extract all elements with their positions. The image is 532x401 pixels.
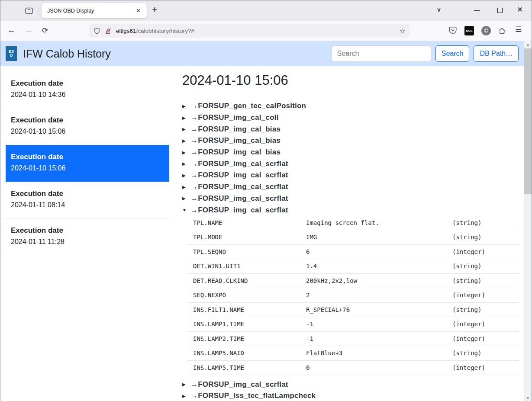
caret-icon: ▶ [182,138,187,143]
tree-item[interactable]: ▶ →FORSUP_img_cal_scrflat [182,193,519,205]
extensions-puzzle-icon[interactable] [498,26,507,36]
list-all-tabs-icon[interactable]: ∨ [433,6,445,13]
param-key: INS.FILT1.NAME [187,306,306,313]
tree-item-label: →FORSUP_img_cal_scrflat [190,194,288,203]
param-key: SEQ.NEXPO [187,292,306,298]
url-text: eltlgs61/calobhistory/history?# [116,28,400,34]
c-extension-icon[interactable]: C [481,26,491,35]
new-tab-button[interactable]: + [152,4,157,15]
tree-item[interactable]: ▶ →FORSUP_img_cal_scrflat [182,181,519,193]
css-extension-icon[interactable]: css [464,26,474,35]
execution-date-list: Execution date 2024-01-10 14:36 Executio… [6,71,169,255]
browser-window: JSON OBD Display ✕ + ∨ ✕ ← → ⟳ eltlgs61/… [0,0,532,401]
tab-separator [39,6,39,15]
tree-item-label: →FORSUP_img_cal_bias [190,125,281,134]
firefox-view-icon[interactable] [23,5,35,17]
table-row: TPL.MODE IMG (string) [187,230,519,245]
shield-icon[interactable] [93,27,101,35]
tree-item[interactable]: ▶ →FORSUP_img_cal_scrflat [182,379,519,390]
tree-item-label: →FORSUP_img_cal_coll [190,113,278,122]
tree-item[interactable]: ▶ →FORSUP_img_cal_scrflat [182,158,519,170]
caret-icon: ▶ [182,115,187,120]
eso-logo: ES O [6,46,17,61]
param-type: (integer) [452,292,519,298]
tree-item[interactable]: ▶ →FORSUP_gen_tec_calPosition [182,100,519,112]
param-value: 2 [306,292,452,298]
table-row: INS.LAMP1.TIME -1 (integer) [187,317,519,332]
execution-date-label: Execution date [11,189,159,198]
parameters-table: TPL.NAME Imaging screen flat. (string) T… [187,216,519,375]
selected-execution-heading: 2024-01-10 15:06 [182,72,519,89]
param-value: R_SPECIAL+76 [306,306,452,313]
tree-item[interactable]: ▼ →FORSUP_img_cal_scrflat [182,204,519,216]
execution-date-value: 2024-01-11 08:14 [11,201,159,209]
tree-item-label: →FORSUP_img_cal_scrflat [190,183,288,191]
pocket-icon[interactable] [448,26,458,37]
execution-date-label: Execution date [11,79,159,88]
caret-icon: ▶ [182,104,187,109]
tree-item[interactable]: ▶ →FORSUP_img_cal_bias [182,147,519,158]
execution-date-item[interactable]: Execution date 2024-01-10 14:36 [6,71,169,108]
template-tree: ▶ →FORSUP_gen_tec_calPosition ▶ →FORSUP_… [182,100,519,216]
vertical-scrollbar[interactable]: ∧ ∨ [524,41,532,401]
scrollbar-thumb[interactable] [524,48,532,194]
param-value: 200kHz,2x2,low [306,277,452,284]
table-row: TPL.NAME Imaging screen flat. (string) [187,216,519,231]
bookmark-star-icon[interactable]: ☆ [400,27,406,35]
execution-date-label: Execution date [11,226,159,235]
scroll-down-icon[interactable]: ∨ [524,394,532,401]
tree-item-label: →FORSUP_img_cal_scrflat [190,171,288,180]
hamburger-menu-icon[interactable]: ☰ [515,25,522,34]
caret-icon: ▶ [182,150,187,155]
param-value: IMG [306,234,452,241]
param-type: (integer) [452,248,519,255]
param-type: (string) [452,234,519,241]
tree-item[interactable]: ▶ →FORSUP_img_cal_bias [182,123,519,135]
tree-item[interactable]: ▶ →FORSUP_img_cal_bias [182,135,519,147]
search-button[interactable]: Search [435,45,470,62]
search-input[interactable] [332,45,431,62]
table-row: INS.LAMP5.NAID FlatBlue+3 (string) [187,346,519,361]
close-tab-icon[interactable]: ✕ [134,6,142,15]
tree-item[interactable]: ▶ →FORSUP_img_cal_coll [182,112,519,124]
table-row: DET.WIN1.UIT1 1.4 (string) [187,259,519,274]
browser-tab[interactable]: JSON OBD Display ✕ [42,3,147,18]
tab-title: JSON OBD Display [47,8,134,14]
content-area: Execution date 2024-01-10 14:36 Executio… [0,66,525,401]
db-path-button[interactable]: DB Path… [474,45,519,62]
param-type: (integer) [452,321,519,327]
tree-item-label: →FORSUP_img_cal_scrflat [190,160,288,168]
insecure-lock-icon[interactable] [104,27,112,35]
tree-item-label: →FORSUP_gen_tec_calPosition [190,102,306,110]
param-key: DET.WIN1.UIT1 [187,263,306,269]
param-type: (string) [452,219,519,226]
reload-button[interactable]: ⟳ [42,26,48,35]
caret-icon: ▶ [182,196,187,201]
browser-toolbar: ← → ⟳ eltlgs61/calobhistory/history?# ☆ … [0,21,532,41]
param-type: (string) [452,350,519,356]
execution-date-item[interactable]: Execution date 2024-01-10 15:06 [6,145,169,182]
forward-button[interactable]: → [25,26,33,35]
param-value: -1 [306,335,452,342]
back-button[interactable]: ← [7,26,16,35]
execution-date-item[interactable]: Execution date 2024-01-11 08:14 [6,182,169,218]
param-value: FlatBlue+3 [306,350,452,356]
window-maximize-button[interactable] [497,8,503,13]
tree-item[interactable]: ▶ →FORSUP_img_cal_scrflat [182,170,519,181]
window-minimize-button[interactable] [474,10,480,11]
tree-item[interactable]: ▶ →FORSUP_lss_tec_flatLampcheck [182,390,519,401]
tree-item-label: →FORSUP_img_cal_scrflat [190,206,288,215]
execution-date-item[interactable]: Execution date 2024-01-10 15:06 [6,108,169,145]
caret-icon: ▶ [182,127,187,132]
scroll-up-icon[interactable]: ∧ [524,41,532,48]
execution-date-item[interactable]: Execution date 2024-01-11 11:28 [6,218,169,255]
execution-date-label: Execution date [11,153,159,161]
url-bar[interactable]: eltlgs61/calobhistory/history?# ☆ [89,24,410,38]
param-key: TPL.MODE [187,234,306,241]
window-close-button[interactable]: ✕ [517,5,523,14]
param-key: TPL.SEQNO [187,248,306,255]
param-key: INS.LAMP5.TIME [187,364,306,371]
param-key: INS.LAMP2.TIME [187,335,306,342]
execution-date-value: 2024-01-10 15:06 [11,164,159,172]
browser-titlebar: JSON OBD Display ✕ + ∨ ✕ [0,0,532,21]
